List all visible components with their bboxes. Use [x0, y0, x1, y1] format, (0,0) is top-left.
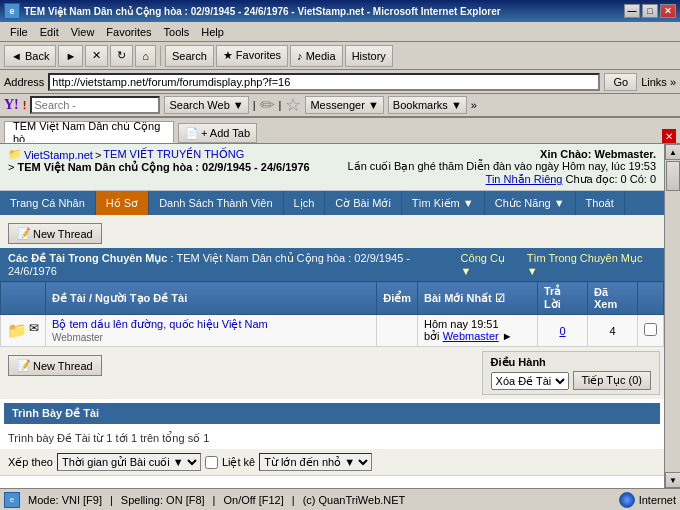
- search-web-button[interactable]: Search Web ▼: [164, 96, 248, 114]
- menu-view[interactable]: View: [65, 24, 101, 40]
- co-text: Có: 0: [630, 173, 656, 185]
- home-button[interactable]: ⌂: [135, 45, 156, 67]
- scroll-thumb[interactable]: [666, 161, 680, 191]
- breadcrumb-section-link[interactable]: TEM VIẾT TRUYỀN THỐNG: [103, 148, 244, 161]
- star-icon: ☆: [285, 94, 301, 116]
- links-button[interactable]: Links »: [641, 76, 676, 88]
- nav-calendar[interactable]: Lịch: [284, 191, 326, 215]
- messenger-button[interactable]: Messenger ▼: [305, 96, 383, 114]
- display-info: Trình bày Đề Tài từ 1 tới 1 trên tổng số…: [0, 428, 664, 449]
- zone-label: Internet: [639, 494, 676, 506]
- sort-select[interactable]: Thời gian gửi Bài cuối ▼: [57, 453, 201, 471]
- thread-link[interactable]: Bộ tem dầu lên đường, quốc hiệu Việt Nam: [52, 318, 268, 330]
- latest-time: Hôm nay 19:51: [424, 318, 499, 330]
- select-checkbox-cell: [638, 315, 664, 347]
- row-checkbox[interactable]: [644, 323, 657, 336]
- minimize-button[interactable]: —: [624, 4, 640, 18]
- yahoo-logo: Y!: [4, 97, 19, 113]
- private-messages-link[interactable]: Tin Nhắn Riêng: [486, 173, 563, 185]
- add-tab-button[interactable]: 📄 + Add Tab: [178, 123, 257, 143]
- last-visit-text: Lần cuối Bạn ghé thăm Diễn đàn vào ngày …: [348, 160, 656, 172]
- back-button[interactable]: ◄ Back: [4, 45, 56, 67]
- search-divider2: |: [279, 99, 282, 111]
- breadcrumb-icon: 📁: [8, 148, 22, 161]
- list-select[interactable]: Từ lớn đến nhỏ ▼: [259, 453, 372, 471]
- thread-title-cell: Bộ tem dầu lên đường, quốc hiệu Việt Nam…: [46, 315, 377, 347]
- refresh-button[interactable]: ↻: [110, 45, 133, 67]
- search-divider: |: [253, 99, 256, 111]
- new-thread-button-bottom[interactable]: 📝 New Thread: [8, 355, 102, 376]
- menu-file[interactable]: File: [4, 24, 34, 40]
- category-title: Các Đề Tài Trong Chuyên Mục: [8, 252, 167, 264]
- bottom-actions: 📝 New Thread Điều Hành Xóa Đề Tài Tiếp T…: [0, 347, 664, 399]
- favorites-button[interactable]: ★ Favorites: [216, 45, 288, 67]
- nav-members[interactable]: Danh Sách Thành Viên: [149, 191, 283, 215]
- dieu-hanh-label: Điều Hành: [491, 356, 651, 369]
- scroll-track: [665, 160, 680, 472]
- yahoo-exclaim: !: [23, 99, 27, 111]
- scroll-down-button[interactable]: ▼: [665, 472, 680, 488]
- close-tab-button[interactable]: ✕: [662, 129, 676, 143]
- menu-help[interactable]: Help: [195, 24, 230, 40]
- col-icon: [1, 282, 46, 315]
- address-input[interactable]: [48, 73, 600, 91]
- latest-author-link[interactable]: Webmaster: [443, 330, 499, 342]
- go-button[interactable]: Go: [604, 73, 637, 91]
- display-title: Trình Bày Đề Tài: [12, 407, 99, 419]
- add-tab-label: + Add Tab: [201, 127, 250, 139]
- forward-button[interactable]: ►: [58, 45, 83, 67]
- display-section: Trình Bày Đề Tài: [4, 403, 660, 424]
- tools-button[interactable]: Công Cụ ▼: [461, 252, 519, 277]
- media-button[interactable]: ♪ Media: [290, 45, 343, 67]
- menu-tools[interactable]: Tools: [158, 24, 196, 40]
- status-sep1: |: [110, 494, 113, 506]
- replies-link[interactable]: 0: [559, 325, 565, 337]
- latest-by: bởi Webmaster ►: [424, 330, 513, 342]
- folder-icon: 📁: [7, 321, 27, 340]
- content-area: 📁 VietStamp.net > TEM VIẾT TRUYỀN THỐNG …: [0, 144, 680, 488]
- bookmarks-button[interactable]: Bookmarks ▼: [388, 96, 467, 114]
- thread-author: Webmaster: [52, 332, 103, 343]
- history-button[interactable]: History: [345, 45, 393, 67]
- nav-functions[interactable]: Chức Năng ▼: [485, 191, 576, 215]
- menu-edit[interactable]: Edit: [34, 24, 65, 40]
- toolbar: ◄ Back ► ✕ ↻ ⌂ Search ★ Favorites ♪ Medi…: [0, 42, 680, 70]
- breadcrumb-home-link[interactable]: VietStamp.net: [24, 149, 93, 161]
- envelope-icon: ✉: [29, 321, 39, 340]
- category-header: Các Đề Tài Trong Chuyên Mục : TEM Việt N…: [0, 248, 664, 281]
- close-button[interactable]: ✕: [660, 4, 676, 18]
- globe-icon: [619, 492, 635, 508]
- nav-newposts[interactable]: Cờ Bài Mới: [325, 191, 402, 215]
- post-icon-cell: 📁 ✉: [1, 315, 46, 347]
- nav-logout[interactable]: Thoát: [576, 191, 625, 215]
- scroll-up-button[interactable]: ▲: [665, 144, 680, 160]
- forum-table: Đề Tài / Người Tạo Đề Tài Điểm Bài Mới N…: [0, 281, 664, 347]
- maximize-button[interactable]: □: [642, 4, 658, 18]
- stop-button[interactable]: ✕: [85, 45, 108, 67]
- list-label: Liệt kê: [222, 456, 255, 469]
- nav-hoso[interactable]: Hồ Sơ: [96, 191, 149, 215]
- col-checkbox: [638, 282, 664, 315]
- col-latest: Bài Mới Nhất ☑: [418, 282, 538, 315]
- expand-button[interactable]: »: [471, 99, 477, 111]
- search-toolbar: Y! ! Search Web ▼ | ✏ | ☆ Messenger ▼ Bo…: [0, 94, 680, 118]
- col-title: Đề Tài / Người Tạo Đề Tài: [46, 282, 377, 315]
- status-bar: e Mode: VNI [F9] | Spelling: ON [F8] | O…: [0, 488, 680, 510]
- nav-profile[interactable]: Trang Cá Nhân: [0, 191, 96, 215]
- new-thread-button-top[interactable]: 📝 New Thread: [8, 223, 102, 244]
- nav-search[interactable]: Tìm Kiếm ▼: [402, 191, 485, 215]
- search-button[interactable]: Search: [165, 45, 214, 67]
- breadcrumb-current: TEM Việt Nam Dân chủ Cộng hòa : 02/9/194…: [17, 161, 309, 173]
- search-category-button[interactable]: Tìm Trong Chuyên Mục ▼: [527, 252, 656, 277]
- tiep-tuc-button[interactable]: Tiếp Tục (0): [573, 371, 651, 390]
- active-tab[interactable]: TEM Việt Nam Dân chủ Cộng hò...: [4, 121, 174, 143]
- dieu-hanh-section: Điều Hành Xóa Đề Tài Tiếp Tục (0): [482, 351, 660, 395]
- tab-bar: TEM Việt Nam Dân chủ Cộng hò... 📄 + Add …: [0, 118, 680, 144]
- tab-label: TEM Việt Nam Dân chủ Cộng hò...: [13, 121, 165, 143]
- action-select[interactable]: Xóa Đề Tài: [491, 372, 569, 390]
- list-checkbox[interactable]: [205, 456, 218, 469]
- status-copyright: (c) QuanTriWeb.NET: [303, 494, 406, 506]
- search-input[interactable]: [30, 96, 160, 114]
- menu-favorites[interactable]: Favorites: [100, 24, 157, 40]
- pencil-icon: ✏: [260, 94, 275, 116]
